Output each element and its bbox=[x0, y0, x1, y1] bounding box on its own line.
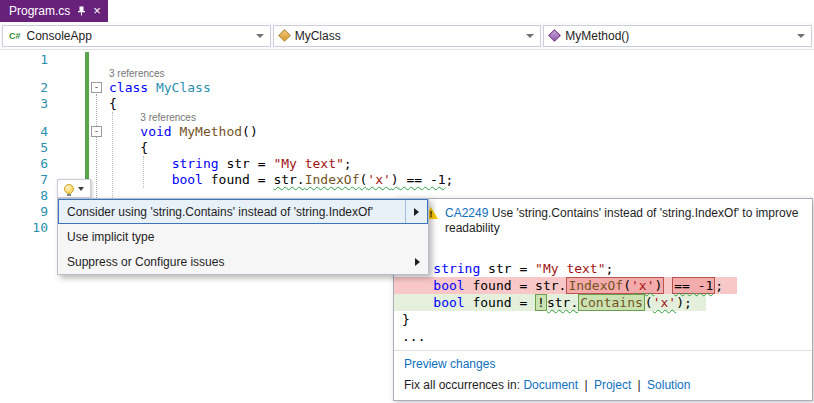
diagnostic-code-link[interactable]: CA2249 bbox=[445, 206, 488, 220]
line-number: 9 bbox=[0, 204, 48, 220]
code-token: str = bbox=[219, 156, 274, 171]
code-token: MyMethod bbox=[179, 124, 242, 139]
editor-line-1: 1 bbox=[0, 52, 814, 68]
preview-line: string str = "My text"; bbox=[394, 260, 627, 277]
fix-all-project-link[interactable]: Project bbox=[594, 378, 631, 392]
fold-margin bbox=[91, 174, 102, 185]
menu-item-label: Suppress or Configure issues bbox=[67, 255, 224, 269]
popup-footer: Preview changes Fix all occurrences in: … bbox=[394, 350, 812, 400]
code-editor[interactable]: 13 references2-class MyClass3{3 referenc… bbox=[0, 50, 814, 403]
project-dropdown[interactable]: C# ConsoleApp bbox=[2, 25, 271, 47]
editor-line-3: 3{ bbox=[0, 96, 814, 112]
diagnostic-header: ! CA2249 Use 'string.Contains' instead o… bbox=[394, 199, 812, 240]
fold-margin bbox=[91, 158, 102, 169]
code-text: { bbox=[109, 140, 148, 156]
diagnostic-text: Use 'string.Contains' instead of 'string… bbox=[445, 206, 798, 235]
code-token: str = bbox=[480, 261, 535, 276]
editor-line-6: 6 string str = "My text"; bbox=[0, 156, 814, 172]
code-token: () bbox=[242, 124, 258, 139]
submenu-arrow-cell bbox=[406, 258, 428, 266]
menu-item-use-implicit-type[interactable]: Use implicit type bbox=[58, 224, 428, 249]
fold-margin bbox=[91, 142, 102, 153]
fix-all-document-link[interactable]: Document bbox=[523, 378, 578, 392]
code-token: ... bbox=[402, 329, 425, 344]
code-token bbox=[402, 278, 433, 293]
code-token bbox=[402, 295, 433, 310]
code-token: bool bbox=[433, 278, 464, 293]
document-tab-bar: Program.cs × bbox=[0, 0, 814, 22]
code-token: bool bbox=[172, 172, 203, 187]
code-text: class MyClass bbox=[109, 80, 211, 96]
line-number: 1 bbox=[0, 52, 48, 68]
fold-collapse-box[interactable]: - bbox=[91, 126, 102, 137]
code-token: == -1 bbox=[399, 172, 446, 187]
menu-item-label: Use implicit type bbox=[67, 230, 154, 244]
code-token: str. bbox=[547, 295, 578, 310]
submenu-arrow-cell bbox=[405, 200, 427, 223]
code-token: found = bbox=[465, 278, 535, 293]
diff-green-box: Contains bbox=[578, 294, 645, 311]
class-dropdown[interactable]: MyClass bbox=[273, 25, 542, 47]
diff-green-box: ! bbox=[535, 294, 547, 311]
line-number: 6 bbox=[0, 156, 48, 172]
code-token: void bbox=[140, 124, 179, 139]
diff-red-box: == -1 bbox=[672, 277, 715, 294]
class-dropdown-label: MyClass bbox=[295, 29, 341, 43]
code-token: found = bbox=[203, 172, 273, 187]
method-dropdown[interactable]: MyMethod() bbox=[543, 25, 812, 47]
code-text: { bbox=[109, 96, 117, 112]
code-token bbox=[109, 172, 172, 187]
fix-all-line: Fix all occurrences in: Document | Proje… bbox=[404, 378, 802, 392]
code-token: str. bbox=[273, 172, 304, 187]
menu-item-label: Consider using 'string.Contains' instead… bbox=[67, 205, 373, 219]
line-number: 7 bbox=[0, 172, 48, 188]
navigation-bar: C# ConsoleApp MyClass MyMethod() bbox=[0, 22, 814, 50]
menu-item-suppress-or-configure[interactable]: Suppress or Configure issues bbox=[58, 249, 428, 274]
fold-collapse-box[interactable]: - bbox=[91, 82, 102, 93]
code-token: string bbox=[172, 156, 219, 171]
code-token bbox=[109, 156, 172, 171]
diagnostic-message: CA2249 Use 'string.Contains' instead of … bbox=[445, 206, 802, 236]
editor-line-2: 2-class MyClass bbox=[0, 80, 814, 96]
line-number: 4 bbox=[0, 124, 48, 140]
code-token: ) bbox=[391, 172, 399, 187]
codelens-references[interactable]: 3 references bbox=[140, 112, 814, 124]
preview-line: ... bbox=[394, 328, 439, 345]
code-fix-preview-popup: ! CA2249 Use 'string.Contains' instead o… bbox=[393, 198, 813, 401]
code-token: 'x' bbox=[653, 295, 676, 310]
code-token: "My text" bbox=[535, 261, 605, 276]
code-token: str. bbox=[535, 278, 566, 293]
chevron-down-icon bbox=[797, 34, 805, 38]
code-token: 'x' bbox=[631, 278, 654, 293]
preview-line-removed: bool found = str.IndexOf('x') == -1; bbox=[394, 277, 737, 294]
method-dropdown-label: MyMethod() bbox=[565, 29, 629, 43]
preview-changes-link[interactable]: Preview changes bbox=[404, 357, 495, 371]
close-icon[interactable]: × bbox=[93, 5, 101, 17]
codelens-references[interactable]: 3 references bbox=[109, 68, 814, 80]
tab-program-cs[interactable]: Program.cs × bbox=[0, 0, 108, 22]
line-number: 8 bbox=[0, 188, 48, 204]
line-number: 5 bbox=[0, 140, 48, 156]
fold-margin bbox=[91, 98, 102, 109]
code-token: ; bbox=[715, 278, 723, 293]
code-token: bool bbox=[433, 295, 464, 310]
fix-all-solution-link[interactable]: Solution bbox=[647, 378, 690, 392]
vs-editor-window: Program.cs × C# ConsoleApp MyClass MyMet bbox=[0, 0, 814, 403]
submenu-arrow-icon bbox=[415, 258, 420, 266]
quick-actions-lightbulb[interactable] bbox=[57, 179, 91, 198]
line-number: 2 bbox=[0, 80, 48, 96]
code-token: IndexOf bbox=[568, 278, 623, 293]
chevron-down-icon bbox=[78, 187, 84, 191]
code-token: ! bbox=[537, 295, 545, 310]
editor-line-7: 7 bool found = str.IndexOf('x') == -1; bbox=[0, 172, 814, 188]
code-token: IndexOf bbox=[305, 172, 360, 187]
code-token: 'x' bbox=[367, 172, 390, 187]
pin-icon[interactable] bbox=[77, 6, 86, 16]
menu-item-use-string-contains[interactable]: Consider using 'string.Contains' instead… bbox=[58, 199, 428, 224]
separator: | bbox=[638, 378, 641, 392]
code-token: class bbox=[109, 80, 156, 95]
submenu-arrow-icon bbox=[414, 208, 419, 216]
code-token bbox=[664, 278, 672, 293]
code-token: { bbox=[109, 140, 148, 155]
code-token: ; bbox=[606, 261, 614, 276]
